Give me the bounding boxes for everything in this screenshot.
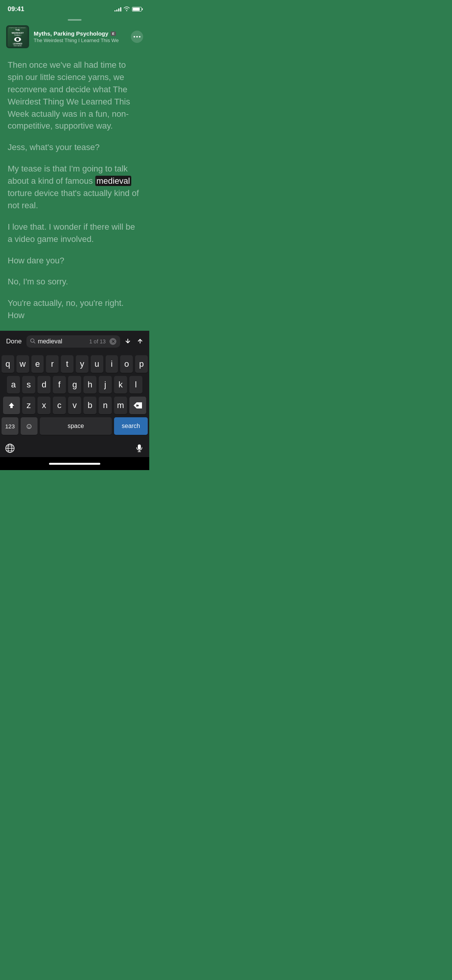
transcript-paragraph-7: You're actually, no, you're right. How [8,297,142,322]
status-icons [114,7,142,12]
key-v[interactable]: v [68,397,81,414]
key-a[interactable]: a [7,376,20,394]
keyboard-row-3: z x c v b n m [2,397,148,414]
key-y[interactable]: y [76,355,88,373]
key-g[interactable]: g [68,376,81,394]
status-time: 09:41 [8,5,24,13]
search-input[interactable]: medieval [38,338,87,345]
search-key[interactable]: search [114,417,148,435]
key-k[interactable]: k [114,376,127,394]
keyboard-row-4: 123 ☺ space search [2,417,148,435]
search-previous-button[interactable] [125,337,131,346]
svg-rect-6 [138,444,141,449]
key-f[interactable]: f [53,376,66,394]
key-d[interactable]: d [38,376,51,394]
podcast-header: POPULAR SCIENCE THE WEIRDEST THING I LEA… [0,22,149,51]
transcript-paragraph-3: My tease is that I'm going to talk about… [8,163,142,212]
search-icon [30,338,36,345]
battery-icon [132,7,142,11]
search-bar: Done medieval 1 of 13 ✕ [0,331,149,352]
search-highlight: medieval [95,176,131,186]
key-i[interactable]: i [106,355,118,373]
key-j[interactable]: j [99,376,112,394]
key-t[interactable]: t [61,355,73,373]
more-options-button[interactable] [131,31,143,43]
delete-key[interactable] [129,397,146,414]
key-l[interactable]: l [129,376,142,394]
transcript-paragraph-6: No, I'm so sorry. [8,276,142,288]
podcast-artwork: POPULAR SCIENCE THE WEIRDEST THING I LEA… [6,25,29,48]
keyboard-rows: q w e r t y u i o p a s d f g h j k l [0,352,149,435]
paragraph-3-after: torture device that's actually kind of n… [8,188,139,210]
keyboard-row-1: q w e r t y u i o p [2,355,148,373]
globe-key[interactable] [2,440,18,457]
key-c[interactable]: c [53,397,66,414]
home-bar [49,463,100,465]
numbers-key[interactable]: 123 [2,417,18,435]
transcript-paragraph-4: I love that. I wonder if there will be a… [8,221,142,245]
transcript-paragraph-2: Jess, what's your tease? [8,141,142,154]
key-n[interactable]: n [99,397,112,414]
space-key[interactable]: space [40,417,112,435]
key-o[interactable]: o [120,355,133,373]
transcript-paragraph-1: Then once we've all had time to spin our… [8,59,142,132]
keyboard-row-2: a s d f g h j k l [2,376,148,394]
keyboard: q w e r t y u i o p a s d f g h j k l [0,352,149,470]
ellipsis-icon [134,36,140,38]
search-done-button[interactable]: Done [6,338,22,345]
key-s[interactable]: s [22,376,35,394]
search-clear-button[interactable]: ✕ [109,338,116,345]
key-q[interactable]: q [2,355,14,373]
key-h[interactable]: h [83,376,96,394]
home-indicator [0,457,149,470]
episode-badge: E [111,31,116,36]
wifi-icon [124,7,130,12]
search-next-button[interactable] [137,337,143,346]
key-b[interactable]: b [83,397,96,414]
transcript-content: Then once we've all had time to spin our… [0,51,149,322]
drag-handle[interactable] [0,16,149,22]
key-e[interactable]: e [31,355,44,373]
emoji-key[interactable]: ☺ [21,417,38,435]
key-p[interactable]: p [135,355,148,373]
key-r[interactable]: r [46,355,59,373]
microphone-key[interactable] [131,440,148,457]
shift-key[interactable] [3,397,20,414]
search-navigation [125,337,143,346]
key-m[interactable]: m [114,397,127,414]
key-x[interactable]: x [38,397,51,414]
status-bar: 09:41 [0,0,149,16]
signal-icon [114,7,121,11]
key-w[interactable]: w [16,355,29,373]
keyboard-bottom-row [0,438,149,457]
search-input-wrapper: medieval 1 of 13 ✕ [26,335,120,348]
show-title: The Weirdest Thing I Learned This We [34,38,126,43]
transcript-paragraph-5: How dare you? [8,255,142,267]
key-z[interactable]: z [22,397,35,414]
episode-title: Myths, Parking Psychology [34,30,108,37]
search-result-count: 1 of 13 [89,338,106,345]
podcast-info: Myths, Parking Psychology E The Weirdest… [34,30,126,43]
key-u[interactable]: u [91,355,103,373]
artwork-eye [14,37,21,42]
